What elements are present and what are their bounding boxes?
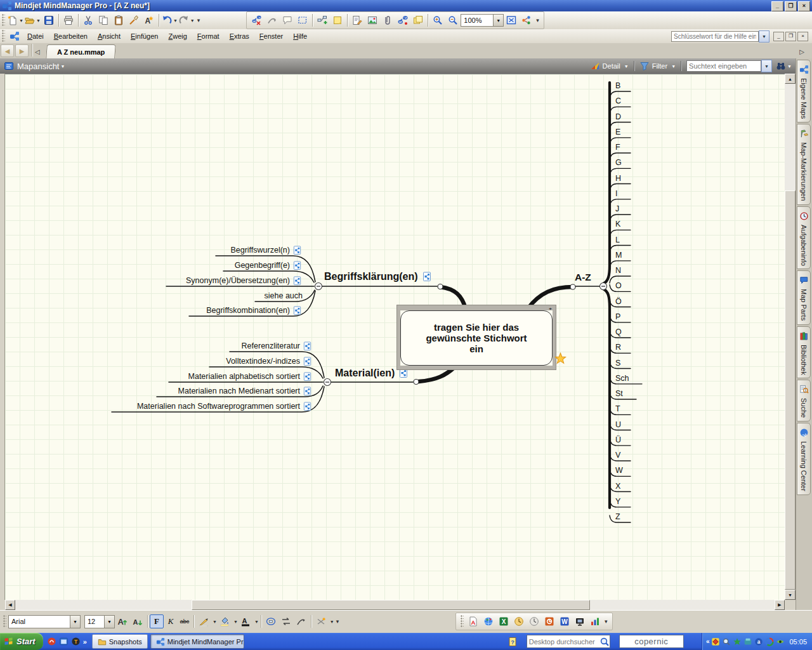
search-icon[interactable] [599,637,610,647]
paste-button[interactable] [111,13,126,28]
scroll-up-button[interactable]: ▲ [785,74,796,84]
print-button[interactable] [61,13,76,28]
letter-topic-d[interactable]: D [615,112,621,121]
presentation-button[interactable] [572,614,587,629]
pdf-button[interactable]: A [466,614,481,629]
task-pane-tab-aufgabeninfo[interactable]: Aufgabeninfo [797,206,811,270]
topic-begriffsklaerung[interactable]: Begriffsklärung(en) [324,271,432,282]
format-text-button[interactable]: A [141,13,157,28]
edit-notes-button[interactable] [350,13,365,28]
letter-topic-s[interactable]: S [615,359,620,368]
font-size-combo[interactable]: 12 ▼ [84,615,115,628]
nav-forward-button[interactable]: ▶ [15,44,29,57]
task-pane-tab-eigene-maps[interactable]: Eigene Maps [797,60,811,123]
toolbar-overflow-icon[interactable]: ▾ [195,17,202,23]
subtopic-materialien-nach-softwareprogrammen-sortiert[interactable]: Materialien nach Softwareprogrammen sort… [137,401,312,411]
letter-topic-g[interactable]: G [615,158,622,167]
map-link-icon[interactable] [398,368,409,378]
relationship-button[interactable] [278,614,294,629]
restore-button[interactable]: ❐ [785,1,797,11]
pen-color-button[interactable] [196,614,211,629]
add-note-button[interactable] [330,13,345,28]
toolbar-grip[interactable] [2,14,5,27]
toolbar-grip[interactable] [2,30,5,43]
help-tray-icon[interactable]: ? [508,637,518,647]
strikethrough-button[interactable]: abc [178,614,192,628]
letter-topic-ö[interactable]: Ö [615,297,622,306]
tray-star-icon[interactable] [733,637,742,646]
open-button[interactable]: ▼ [24,13,41,28]
zoom-level-combo[interactable]: 100% ▼ [461,14,504,27]
format-painter-button[interactable] [126,13,141,28]
word-button[interactable]: W [557,614,572,629]
letter-topic-p[interactable]: P [615,312,620,321]
letter-topic-sch[interactable]: Sch [615,374,629,383]
menu-datei[interactable]: Datei [22,30,49,42]
task-button-mindjet-mindmanager-pr[interactable]: Mindjet MindManager Pr... [150,634,244,649]
letter-topic-l[interactable]: L [615,235,620,244]
subtopic-materialien-nach-medienart-sortiert[interactable]: Materialien nach Medienart sortiert [178,386,312,396]
map-link-icon[interactable] [303,342,312,351]
tray-nv-icon[interactable] [776,637,785,646]
ql-window-icon[interactable] [59,637,69,646]
letter-topic-z[interactable]: Z [615,512,620,521]
copy-button[interactable] [96,13,111,28]
map-link-icon[interactable] [303,372,312,381]
chevron-down-icon[interactable]: ▼ [213,620,217,624]
letter-topic-r[interactable]: R [615,343,621,352]
tray-a-icon[interactable]: a [754,637,763,646]
schedule-button[interactable] [527,614,542,629]
task-pane-tab-learning-center[interactable]: ?Learning Center [797,423,811,495]
save-button[interactable] [41,13,56,28]
task-pane-tab-map-markierungen[interactable]: Map-Markierungen [797,124,811,204]
menu-fenster[interactable]: Fenster [254,30,288,42]
chevron-down-icon[interactable]: ▼ [759,30,769,43]
map-link-icon[interactable] [292,261,302,270]
doc-restore-button[interactable]: ❐ [785,32,796,41]
subtopic-referenzliteratur[interactable]: Referenzliteratur [242,341,312,351]
map-link-icon[interactable] [422,272,432,282]
tray-net-icon[interactable] [743,637,752,646]
chevron-down-icon[interactable]: ▼ [761,60,772,72]
map-search-input[interactable] [686,60,761,72]
subtopic-gegenbegriff-e[interactable]: Gegenbegriff(e) [235,260,302,270]
menu-extras[interactable]: Extras [225,30,254,42]
font-color-button[interactable]: A [238,614,253,629]
menu-bearbeiten[interactable]: Bearbeiten [49,30,93,42]
multimap-button[interactable] [519,13,534,28]
scroll-thumb[interactable] [785,190,796,590]
toolbar-overflow-icon[interactable]: ▾ [334,618,341,625]
nav-back-button[interactable]: ◀ [1,44,14,57]
subtopic-begriffskombination-en[interactable]: Begriffskombination(en) [206,305,302,315]
task-button-snapshots[interactable]: Snapshots [92,634,148,649]
fill-color-button[interactable] [217,614,232,629]
find-button[interactable]: ▼ [776,61,792,71]
add-subtopic-button[interactable] [315,13,330,28]
font-family-combo[interactable]: Arial ▼ [8,615,81,628]
subtopic-begriffswurzel-n[interactable]: Begriffswurzel(n) [230,245,302,255]
scroll-right-button[interactable]: ▶ [775,600,785,610]
letter-topic-st[interactable]: St [615,389,623,398]
letter-topic-b[interactable]: B [615,81,620,90]
letter-topic-x[interactable]: X [615,482,620,491]
redo-button[interactable]: ▼ [178,13,195,28]
doc-close-button[interactable]: × [797,32,808,41]
zoom-in-button[interactable] [430,13,445,28]
sticky-notes-button[interactable] [410,13,426,28]
chevron-down-icon[interactable]: ▼ [330,620,334,624]
toolbar-overflow-icon[interactable]: ▾ [603,618,610,625]
italic-button[interactable]: K [164,614,178,628]
desktop-search-input[interactable] [527,638,599,646]
document-tab[interactable]: A Z neu.mmap [46,44,116,58]
chevron-down-icon[interactable]: ▼ [233,620,238,624]
outlook-button[interactable] [511,614,527,629]
letter-topic-y[interactable]: Y [615,497,620,506]
tray-cube-icon[interactable] [711,637,720,646]
task-pane-tab-suche[interactable]: Suche [797,380,811,421]
shrink-font-button[interactable]: A [130,614,145,629]
menu-hilfe[interactable]: Hilfe [288,30,312,42]
curved-connector-button[interactable] [265,13,280,28]
resize-handle-icon[interactable]: ◂▸ [549,306,551,310]
relationship-curve-button[interactable] [294,614,309,629]
letter-topic-o[interactable]: O [615,281,622,290]
